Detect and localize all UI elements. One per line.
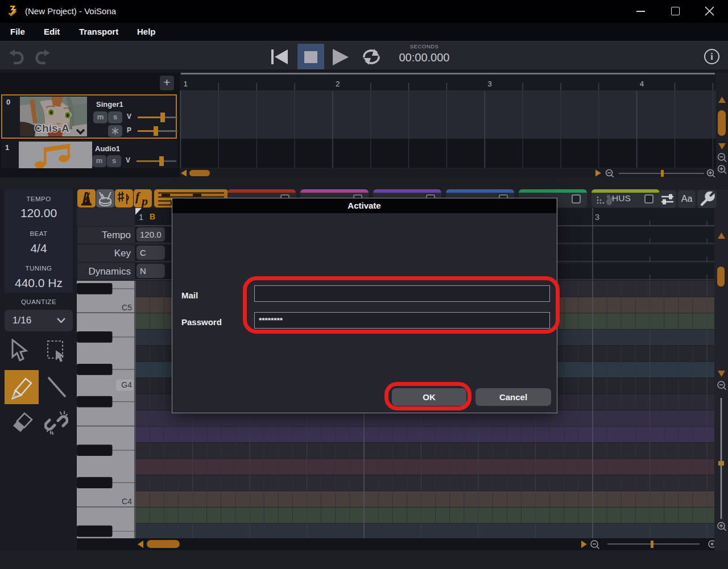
svg-text:G4: G4	[121, 380, 132, 389]
svg-text:4: 4	[640, 80, 644, 88]
svg-text:2: 2	[336, 80, 340, 88]
svg-text:Chis-A: Chis-A	[34, 122, 69, 134]
svg-text:C4: C4	[122, 497, 132, 506]
svg-text:p: p	[140, 194, 148, 207]
svg-text:1: 1	[184, 80, 188, 88]
svg-text:C5: C5	[122, 303, 132, 312]
svg-text:3: 3	[487, 80, 492, 88]
